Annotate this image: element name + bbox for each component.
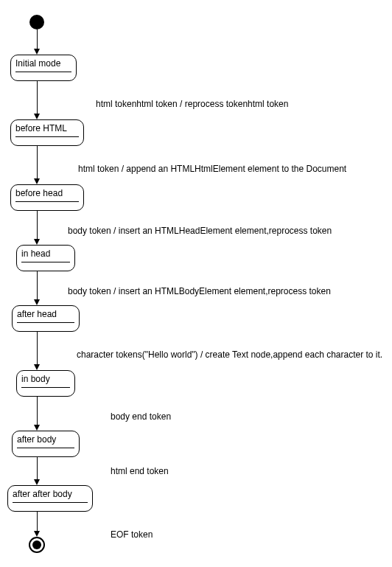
state-compartment <box>17 322 74 330</box>
state-compartment <box>15 72 71 79</box>
arrow-head-icon <box>34 49 40 55</box>
edge-before-html-to-before-head <box>37 146 38 178</box>
state-label: in head <box>21 248 70 259</box>
state-label: before HTML <box>15 123 79 133</box>
state-compartment <box>17 448 74 455</box>
initial-state-node <box>29 15 44 29</box>
edge-label: body token / insert an HTMLHeadElement e… <box>68 226 332 236</box>
state-label: in body <box>21 374 70 384</box>
edge-label: body end token <box>111 411 171 422</box>
final-state-node <box>29 537 45 553</box>
arrow-head-icon <box>34 114 40 119</box>
edge-in-head-to-after-head <box>37 271 38 299</box>
edge-start-to-initial <box>37 29 38 49</box>
edge-label: html tokenhtml token / reprocess tokenht… <box>96 99 288 109</box>
state-diagram: Initial mode html tokenhtml token / repr… <box>0 0 392 567</box>
state-compartment <box>15 136 79 144</box>
edge-in-body-to-after-body <box>37 397 38 425</box>
state-in-body: in body <box>16 370 75 397</box>
state-after-head: after head <box>12 305 80 332</box>
state-before-html: before HTML <box>10 119 84 146</box>
arrow-head-icon <box>34 178 40 184</box>
edge-label: body token / insert an HTMLBodyElement e… <box>68 286 331 296</box>
state-label: Initial mode <box>15 58 71 69</box>
arrow-head-icon <box>34 425 40 431</box>
state-compartment <box>21 262 70 269</box>
edge-label: html token / append an HTMLHtmlElement e… <box>78 164 346 174</box>
state-initial-mode: Initial mode <box>10 55 77 81</box>
arrow-head-icon <box>34 531 40 537</box>
state-in-head: in head <box>16 245 75 271</box>
edge-initial-to-before-html <box>37 81 38 114</box>
state-after-after-body: after after body <box>7 485 93 512</box>
state-label: after after body <box>13 489 88 499</box>
arrow-head-icon <box>34 239 40 245</box>
state-before-head: before head <box>10 184 84 211</box>
arrow-head-icon <box>34 479 40 485</box>
edge-after-body-to-after-after-body <box>37 457 38 479</box>
edge-label: EOF token <box>111 529 153 540</box>
state-label: before head <box>15 188 79 198</box>
state-compartment <box>15 201 79 209</box>
arrow-head-icon <box>34 364 40 370</box>
edge-label: character tokens("Hello world") / create… <box>77 349 382 360</box>
edge-after-after-body-to-final <box>37 512 38 531</box>
state-label: after head <box>17 309 74 319</box>
edge-label: html end token <box>111 466 169 476</box>
state-compartment <box>21 387 70 394</box>
edge-before-head-to-in-head <box>37 211 38 239</box>
state-label: after body <box>17 434 74 445</box>
edge-after-head-to-in-body <box>37 332 38 364</box>
arrow-head-icon <box>34 299 40 305</box>
state-after-body: after body <box>12 431 80 457</box>
state-compartment <box>13 502 88 509</box>
